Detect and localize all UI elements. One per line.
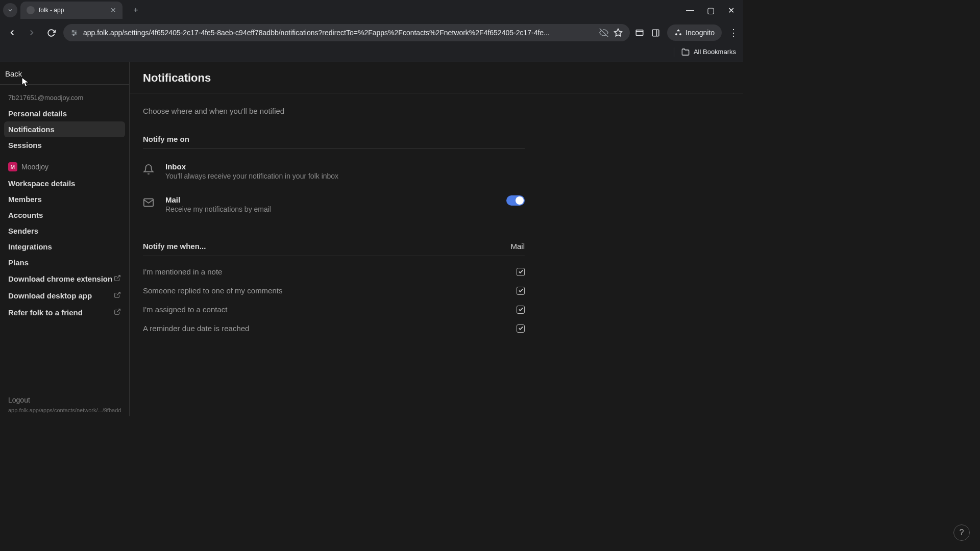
folder-icon	[681, 48, 690, 56]
app-root: Back 7b217651@moodjoy.com Personal detai…	[0, 62, 743, 416]
browser-chrome: folk - app ✕ + — ▢ ✕ app.folk.app/settin…	[0, 0, 743, 62]
section-notify-when-header: Notify me when... Mail	[143, 242, 525, 256]
url-box[interactable]: app.folk.app/settings/4f652405-2c17-4fe5…	[63, 24, 630, 41]
back-link[interactable]: Back	[0, 62, 129, 85]
main-content: Notifications Choose where and when you'…	[130, 62, 743, 416]
sidebar-item-integrations[interactable]: Integrations	[4, 239, 125, 255]
checkbox[interactable]	[517, 287, 525, 295]
tab-search-dropdown[interactable]	[3, 3, 17, 17]
sidebar-item-workspace-details[interactable]: Workspace details	[4, 176, 125, 191]
incognito-icon	[674, 29, 682, 37]
back-nav-icon[interactable]	[5, 26, 19, 40]
forward-nav-icon	[24, 26, 39, 40]
channel-desc: Receive my notifications by email	[165, 205, 495, 213]
bookmarks-bar: All Bookmarks	[0, 44, 743, 62]
window-controls: — ▢ ✕	[685, 6, 743, 15]
svg-point-4	[75, 32, 77, 34]
when-label: I'm mentioned in a note	[143, 267, 222, 276]
checkbox[interactable]	[517, 268, 525, 276]
close-window-icon[interactable]: ✕	[726, 6, 736, 15]
page-title: Notifications	[143, 71, 730, 85]
workspace-header[interactable]: M Moodjoy	[4, 153, 125, 176]
svg-line-14	[117, 309, 120, 312]
eye-off-icon[interactable]	[599, 28, 608, 37]
external-link-icon	[114, 274, 121, 283]
close-tab-icon[interactable]: ✕	[110, 6, 116, 14]
side-panel-icon[interactable]	[651, 29, 660, 37]
section-notify-on: Notify me on	[143, 135, 525, 149]
when-label: A reminder due date is reached	[143, 324, 249, 333]
sidebar: Back 7b217651@moodjoy.com Personal detai…	[0, 62, 130, 416]
all-bookmarks-button[interactable]: All Bookmarks	[681, 48, 736, 56]
page-header: Notifications	[130, 62, 743, 93]
svg-rect-8	[636, 30, 643, 36]
svg-line-12	[117, 276, 120, 279]
external-link-icon	[114, 291, 121, 300]
toolbar-icons: Incognito ⋮	[635, 24, 738, 41]
link-label: Refer folk to a friend	[8, 308, 83, 317]
channel-inbox: InboxYou'll always receive your notifica…	[143, 158, 525, 191]
sidebar-item-plans[interactable]: Plans	[4, 255, 125, 270]
maximize-icon[interactable]: ▢	[705, 6, 716, 15]
svg-rect-10	[652, 30, 659, 36]
checkbox[interactable]	[517, 306, 525, 314]
when-label: Someone replied to one of my comments	[143, 286, 282, 295]
link-label: Download chrome extension	[8, 274, 112, 283]
link-label: Download desktop app	[8, 291, 92, 300]
sidebar-item-notifications[interactable]: Notifications	[4, 121, 125, 137]
when-row: I'm assigned to a contact	[143, 300, 525, 319]
bell-icon	[143, 164, 154, 175]
when-row: A reminder due date is reached	[143, 319, 525, 338]
workspace-name: Moodjoy	[21, 163, 48, 171]
sidebar-link-download-chrome-extension[interactable]: Download chrome extension	[4, 270, 125, 287]
sidebar-link-refer-folk-to-a-friend[interactable]: Refer folk to a friend	[4, 304, 125, 321]
sidebar-item-accounts[interactable]: Accounts	[4, 207, 125, 223]
incognito-badge[interactable]: Incognito	[667, 24, 722, 41]
new-tab-button[interactable]: +	[129, 3, 143, 17]
sidebar-item-sessions[interactable]: Sessions	[4, 137, 125, 153]
sidebar-item-members[interactable]: Members	[4, 191, 125, 207]
tab-favicon	[27, 6, 35, 14]
url-text: app.folk.app/settings/4f652405-2c17-4fe5…	[83, 29, 594, 37]
star-icon[interactable]	[614, 28, 623, 37]
site-settings-icon[interactable]	[70, 29, 78, 37]
when-row: Someone replied to one of my comments	[143, 281, 525, 300]
when-column-header: Mail	[510, 242, 525, 251]
minimize-icon[interactable]: —	[685, 6, 695, 15]
checkbox[interactable]	[517, 324, 525, 333]
mail-icon	[143, 197, 154, 208]
logout-link[interactable]: Logout	[8, 394, 121, 406]
status-bar-url: app.folk.app/apps/contacts/network/.../9…	[8, 406, 121, 414]
svg-point-5	[73, 34, 75, 36]
menu-icon[interactable]: ⋮	[729, 27, 738, 38]
section-notify-when: Notify me when...	[143, 242, 206, 251]
external-link-icon	[114, 308, 121, 317]
page-subtitle: Choose where and when you'll be notified	[143, 107, 525, 115]
sidebar-item-personal-details[interactable]: Personal details	[4, 106, 125, 121]
browser-tab[interactable]: folk - app ✕	[20, 2, 122, 19]
channel-desc: You'll always receive your notification …	[165, 172, 525, 180]
account-email: 7b217651@moodjoy.com	[4, 92, 125, 106]
sidebar-item-senders[interactable]: Senders	[4, 223, 125, 239]
svg-point-3	[72, 30, 74, 32]
media-icon[interactable]	[635, 28, 644, 37]
svg-marker-7	[615, 29, 622, 36]
channel-mail: MailReceive my notifications by email	[143, 191, 525, 224]
when-row: I'm mentioned in a note	[143, 262, 525, 281]
when-label: I'm assigned to a contact	[143, 305, 227, 314]
channel-title: Mail	[165, 195, 495, 204]
toggle-mail[interactable]	[506, 195, 525, 206]
svg-line-13	[117, 292, 120, 295]
reload-icon[interactable]	[44, 26, 58, 40]
divider	[674, 47, 674, 57]
tab-bar: folk - app ✕ + — ▢ ✕	[0, 0, 743, 20]
tab-title: folk - app	[39, 7, 64, 14]
all-bookmarks-label: All Bookmarks	[694, 48, 736, 56]
sidebar-link-download-desktop-app[interactable]: Download desktop app	[4, 287, 125, 304]
incognito-label: Incognito	[685, 29, 715, 37]
workspace-badge: M	[8, 162, 17, 171]
channel-title: Inbox	[165, 162, 525, 171]
address-bar: app.folk.app/settings/4f652405-2c17-4fe5…	[0, 20, 743, 44]
